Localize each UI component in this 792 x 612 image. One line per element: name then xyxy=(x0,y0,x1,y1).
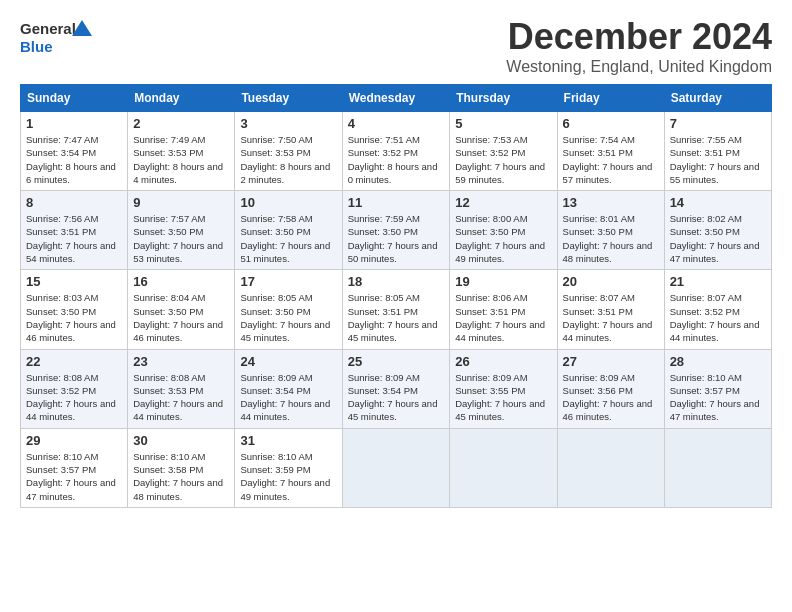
calendar-header-row: Sunday Monday Tuesday Wednesday Thursday… xyxy=(21,85,772,112)
logo-svg: General Blue xyxy=(20,16,100,60)
title-block: December 2024 Westoning, England, United… xyxy=(506,16,772,76)
calendar-cell-day-6: 6 Sunrise: 7:54 AMSunset: 3:51 PMDayligh… xyxy=(557,112,664,191)
calendar-cell-day-28: 28 Sunrise: 8:10 AMSunset: 3:57 PMDaylig… xyxy=(664,349,771,428)
calendar-cell-day-23: 23 Sunrise: 8:08 AMSunset: 3:53 PMDaylig… xyxy=(128,349,235,428)
col-friday: Friday xyxy=(557,85,664,112)
col-saturday: Saturday xyxy=(664,85,771,112)
calendar-row-2: 8 Sunrise: 7:56 AMSunset: 3:51 PMDayligh… xyxy=(21,191,772,270)
day-number: 3 xyxy=(240,116,336,131)
day-number: 31 xyxy=(240,433,336,448)
month-title: December 2024 xyxy=(506,16,772,58)
page-header: General Blue December 2024 Westoning, En… xyxy=(20,16,772,76)
calendar-cell-day-10: 10 Sunrise: 7:58 AMSunset: 3:50 PMDaylig… xyxy=(235,191,342,270)
day-number: 22 xyxy=(26,354,122,369)
day-info: Sunrise: 8:05 AMSunset: 3:50 PMDaylight:… xyxy=(240,292,330,343)
day-info: Sunrise: 8:10 AMSunset: 3:58 PMDaylight:… xyxy=(133,451,223,502)
calendar-cell-day-22: 22 Sunrise: 8:08 AMSunset: 3:52 PMDaylig… xyxy=(21,349,128,428)
calendar-row-1: 1 Sunrise: 7:47 AMSunset: 3:54 PMDayligh… xyxy=(21,112,772,191)
day-number: 26 xyxy=(455,354,551,369)
day-info: Sunrise: 7:49 AMSunset: 3:53 PMDaylight:… xyxy=(133,134,223,185)
calendar-cell-day-5: 5 Sunrise: 7:53 AMSunset: 3:52 PMDayligh… xyxy=(450,112,557,191)
calendar-row-4: 22 Sunrise: 8:08 AMSunset: 3:52 PMDaylig… xyxy=(21,349,772,428)
calendar-cell-day-15: 15 Sunrise: 8:03 AMSunset: 3:50 PMDaylig… xyxy=(21,270,128,349)
day-number: 16 xyxy=(133,274,229,289)
calendar-cell-day-29: 29 Sunrise: 8:10 AMSunset: 3:57 PMDaylig… xyxy=(21,428,128,507)
col-wednesday: Wednesday xyxy=(342,85,450,112)
calendar-cell-day-9: 9 Sunrise: 7:57 AMSunset: 3:50 PMDayligh… xyxy=(128,191,235,270)
day-number: 7 xyxy=(670,116,766,131)
calendar-cell-day-21: 21 Sunrise: 8:07 AMSunset: 3:52 PMDaylig… xyxy=(664,270,771,349)
day-info: Sunrise: 7:59 AMSunset: 3:50 PMDaylight:… xyxy=(348,213,438,264)
day-info: Sunrise: 8:09 AMSunset: 3:55 PMDaylight:… xyxy=(455,372,545,423)
calendar-cell-empty xyxy=(450,428,557,507)
day-info: Sunrise: 8:07 AMSunset: 3:52 PMDaylight:… xyxy=(670,292,760,343)
day-number: 6 xyxy=(563,116,659,131)
calendar-cell-day-30: 30 Sunrise: 8:10 AMSunset: 3:58 PMDaylig… xyxy=(128,428,235,507)
calendar-cell-day-4: 4 Sunrise: 7:51 AMSunset: 3:52 PMDayligh… xyxy=(342,112,450,191)
day-number: 17 xyxy=(240,274,336,289)
col-monday: Monday xyxy=(128,85,235,112)
day-info: Sunrise: 7:55 AMSunset: 3:51 PMDaylight:… xyxy=(670,134,760,185)
svg-text:Blue: Blue xyxy=(20,38,53,55)
day-number: 15 xyxy=(26,274,122,289)
calendar-cell-day-16: 16 Sunrise: 8:04 AMSunset: 3:50 PMDaylig… xyxy=(128,270,235,349)
day-info: Sunrise: 8:03 AMSunset: 3:50 PMDaylight:… xyxy=(26,292,116,343)
day-number: 19 xyxy=(455,274,551,289)
day-info: Sunrise: 8:10 AMSunset: 3:57 PMDaylight:… xyxy=(670,372,760,423)
day-number: 21 xyxy=(670,274,766,289)
day-info: Sunrise: 7:58 AMSunset: 3:50 PMDaylight:… xyxy=(240,213,330,264)
calendar-row-5: 29 Sunrise: 8:10 AMSunset: 3:57 PMDaylig… xyxy=(21,428,772,507)
calendar-cell-day-18: 18 Sunrise: 8:05 AMSunset: 3:51 PMDaylig… xyxy=(342,270,450,349)
day-number: 14 xyxy=(670,195,766,210)
calendar-cell-empty xyxy=(664,428,771,507)
calendar-cell-day-20: 20 Sunrise: 8:07 AMSunset: 3:51 PMDaylig… xyxy=(557,270,664,349)
day-number: 18 xyxy=(348,274,445,289)
day-info: Sunrise: 8:08 AMSunset: 3:52 PMDaylight:… xyxy=(26,372,116,423)
day-number: 23 xyxy=(133,354,229,369)
calendar-cell-day-14: 14 Sunrise: 8:02 AMSunset: 3:50 PMDaylig… xyxy=(664,191,771,270)
day-number: 8 xyxy=(26,195,122,210)
calendar-cell-day-3: 3 Sunrise: 7:50 AMSunset: 3:53 PMDayligh… xyxy=(235,112,342,191)
calendar-cell-day-31: 31 Sunrise: 8:10 AMSunset: 3:59 PMDaylig… xyxy=(235,428,342,507)
day-number: 28 xyxy=(670,354,766,369)
svg-text:General: General xyxy=(20,20,76,37)
day-info: Sunrise: 8:06 AMSunset: 3:51 PMDaylight:… xyxy=(455,292,545,343)
day-info: Sunrise: 7:57 AMSunset: 3:50 PMDaylight:… xyxy=(133,213,223,264)
calendar-cell-day-13: 13 Sunrise: 8:01 AMSunset: 3:50 PMDaylig… xyxy=(557,191,664,270)
calendar-cell-day-17: 17 Sunrise: 8:05 AMSunset: 3:50 PMDaylig… xyxy=(235,270,342,349)
calendar-table: Sunday Monday Tuesday Wednesday Thursday… xyxy=(20,84,772,508)
logo: General Blue xyxy=(20,16,100,60)
col-thursday: Thursday xyxy=(450,85,557,112)
day-number: 5 xyxy=(455,116,551,131)
day-info: Sunrise: 7:53 AMSunset: 3:52 PMDaylight:… xyxy=(455,134,545,185)
day-info: Sunrise: 7:51 AMSunset: 3:52 PMDaylight:… xyxy=(348,134,438,185)
day-info: Sunrise: 8:09 AMSunset: 3:56 PMDaylight:… xyxy=(563,372,653,423)
day-info: Sunrise: 8:08 AMSunset: 3:53 PMDaylight:… xyxy=(133,372,223,423)
day-number: 1 xyxy=(26,116,122,131)
day-info: Sunrise: 7:50 AMSunset: 3:53 PMDaylight:… xyxy=(240,134,330,185)
day-number: 13 xyxy=(563,195,659,210)
day-number: 11 xyxy=(348,195,445,210)
day-number: 4 xyxy=(348,116,445,131)
day-info: Sunrise: 8:01 AMSunset: 3:50 PMDaylight:… xyxy=(563,213,653,264)
calendar-cell-day-7: 7 Sunrise: 7:55 AMSunset: 3:51 PMDayligh… xyxy=(664,112,771,191)
day-info: Sunrise: 8:10 AMSunset: 3:59 PMDaylight:… xyxy=(240,451,330,502)
calendar-cell-empty xyxy=(557,428,664,507)
day-number: 20 xyxy=(563,274,659,289)
col-sunday: Sunday xyxy=(21,85,128,112)
day-info: Sunrise: 7:56 AMSunset: 3:51 PMDaylight:… xyxy=(26,213,116,264)
day-number: 10 xyxy=(240,195,336,210)
calendar-cell-day-2: 2 Sunrise: 7:49 AMSunset: 3:53 PMDayligh… xyxy=(128,112,235,191)
calendar-cell-day-19: 19 Sunrise: 8:06 AMSunset: 3:51 PMDaylig… xyxy=(450,270,557,349)
calendar-cell-day-27: 27 Sunrise: 8:09 AMSunset: 3:56 PMDaylig… xyxy=(557,349,664,428)
day-info: Sunrise: 7:54 AMSunset: 3:51 PMDaylight:… xyxy=(563,134,653,185)
day-info: Sunrise: 7:47 AMSunset: 3:54 PMDaylight:… xyxy=(26,134,116,185)
calendar-row-3: 15 Sunrise: 8:03 AMSunset: 3:50 PMDaylig… xyxy=(21,270,772,349)
day-number: 24 xyxy=(240,354,336,369)
day-info: Sunrise: 8:10 AMSunset: 3:57 PMDaylight:… xyxy=(26,451,116,502)
day-number: 25 xyxy=(348,354,445,369)
calendar-cell-day-24: 24 Sunrise: 8:09 AMSunset: 3:54 PMDaylig… xyxy=(235,349,342,428)
calendar-cell-day-11: 11 Sunrise: 7:59 AMSunset: 3:50 PMDaylig… xyxy=(342,191,450,270)
calendar-cell-empty xyxy=(342,428,450,507)
day-info: Sunrise: 8:05 AMSunset: 3:51 PMDaylight:… xyxy=(348,292,438,343)
